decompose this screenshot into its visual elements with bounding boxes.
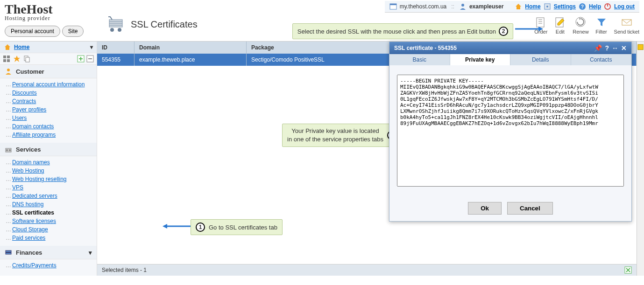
star-icon[interactable] bbox=[13, 55, 21, 63]
sidebar-link-affiliate[interactable]: Affiliate programs bbox=[12, 132, 56, 138]
userbar-domain: my.thehost.com.ua bbox=[400, 3, 447, 10]
cart-icon bbox=[107, 16, 126, 33]
sidebar-services-header[interactable]: Services bbox=[0, 143, 97, 156]
ok-button[interactable]: Ok bbox=[468, 202, 502, 215]
cell-domain: example.theweb.place bbox=[134, 54, 247, 66]
sidebar-link-software[interactable]: Software licenses bbox=[12, 218, 56, 224]
edit-button[interactable]: Edit bbox=[554, 16, 566, 35]
sidebar-link-payer-profiles[interactable]: Payer profiles bbox=[12, 106, 46, 113]
close-icon[interactable]: ✕ bbox=[621, 44, 627, 52]
userbar-sep: :: bbox=[451, 3, 454, 10]
page-title: SSL Certificates bbox=[131, 19, 198, 30]
sidebar-link-discounts[interactable]: Discounts bbox=[12, 90, 37, 96]
sidebar-link-dedicated[interactable]: Dedicated servers bbox=[12, 193, 57, 199]
personal-account-button[interactable]: Personal account bbox=[5, 26, 60, 37]
services-icon bbox=[5, 146, 12, 153]
arrow-2-icon bbox=[515, 26, 543, 32]
sidebar-link-vps[interactable]: VPS bbox=[12, 184, 23, 191]
send-ticket-icon bbox=[621, 16, 633, 28]
sidebar-link-web-hosting[interactable]: Web Hosting bbox=[12, 167, 44, 174]
right-gutter bbox=[637, 42, 644, 276]
svg-text:?: ? bbox=[581, 4, 584, 9]
edit-icon bbox=[554, 16, 566, 28]
selected-count: Selected items - 1 bbox=[102, 267, 147, 273]
user-bar: my.thehost.com.ua :: exampleuser Home Se… bbox=[385, 1, 639, 13]
gutter-icon[interactable] bbox=[637, 43, 644, 51]
help-icon[interactable]: ? bbox=[605, 44, 609, 52]
sidebar-link-dns[interactable]: DNS hosting bbox=[12, 201, 43, 208]
svg-rect-21 bbox=[7, 56, 10, 58]
arrow-1-icon bbox=[163, 223, 191, 229]
minus-icon[interactable] bbox=[86, 55, 94, 63]
site-button[interactable]: Site bbox=[62, 26, 84, 37]
order-button[interactable]: Order bbox=[534, 16, 547, 35]
sidebar-link-paid[interactable]: Paid services bbox=[12, 235, 45, 241]
userbar-settings-link[interactable]: Settings bbox=[554, 3, 576, 10]
svg-point-5 bbox=[118, 28, 121, 32]
hint-2-number: 2 bbox=[499, 27, 508, 36]
tab-details[interactable]: Details bbox=[510, 54, 571, 65]
hint-1: 1 Go to SSL certificates tab bbox=[191, 219, 283, 235]
plus-icon[interactable] bbox=[77, 55, 85, 63]
col-header-domain[interactable]: Domain bbox=[134, 42, 247, 54]
sidebar-link-ssl[interactable]: SSL certificates bbox=[12, 209, 54, 216]
col-header-id[interactable]: ID bbox=[97, 42, 134, 54]
expand-icon[interactable]: ↔ bbox=[612, 44, 618, 52]
sidebar: Home ▾ Customer Personal account informa… bbox=[0, 42, 97, 276]
sidebar-link-web-hosting-reselling[interactable]: Web Hosting reselling bbox=[12, 176, 67, 182]
chevron-down-icon[interactable]: ▾ bbox=[89, 249, 92, 256]
pin-icon[interactable]: 📌 bbox=[594, 44, 602, 52]
status-bar: Selected items - 1 bbox=[97, 264, 637, 276]
home-icon bbox=[515, 3, 522, 10]
top-bar: TheHost Hosting provider Personal accoun… bbox=[0, 0, 644, 41]
popup-title: SSL certificate - 554355 bbox=[394, 45, 457, 51]
filter-button[interactable]: Filter bbox=[595, 16, 608, 35]
sidebar-link-domain-names[interactable]: Domain names bbox=[12, 159, 50, 166]
renew-button[interactable]: Renew bbox=[573, 16, 588, 35]
hint-1-number: 1 bbox=[196, 222, 205, 232]
page-title-area: SSL Certificates bbox=[107, 16, 198, 33]
popup-header[interactable]: SSL certificate - 554355 📌 ? ↔ ✕ bbox=[389, 42, 631, 54]
sidebar-customer-header[interactable]: Customer bbox=[0, 65, 97, 78]
sidebar-link-cloud[interactable]: Cloud Storage bbox=[12, 226, 48, 233]
userbar-home-link[interactable]: Home bbox=[525, 3, 540, 10]
sidebar-link-domain-contacts[interactable]: Domain contacts bbox=[12, 123, 54, 130]
chevron-down-icon[interactable]: ▾ bbox=[90, 44, 93, 50]
tab-basic[interactable]: Basic bbox=[389, 54, 450, 65]
svg-point-28 bbox=[7, 69, 10, 71]
sidebar-customer-links: Personal account information Discounts C… bbox=[0, 78, 97, 143]
grid-icon[interactable] bbox=[3, 55, 10, 63]
renew-icon bbox=[574, 16, 587, 28]
userbar-logout-link[interactable]: Log out bbox=[614, 3, 635, 10]
tab-private-key[interactable]: Private key bbox=[450, 54, 511, 65]
filter-icon bbox=[595, 16, 608, 28]
svg-point-10 bbox=[546, 6, 548, 7]
userbar-help-link[interactable]: Help bbox=[589, 3, 601, 10]
hint-3: Your Private key value is located in one… bbox=[282, 124, 402, 147]
spreadsheet-icon[interactable] bbox=[624, 266, 632, 274]
sidebar-link-users[interactable]: Users bbox=[12, 115, 27, 121]
svg-point-8 bbox=[461, 4, 464, 7]
sidebar-home[interactable]: Home ▾ bbox=[0, 42, 97, 53]
private-key-textarea[interactable] bbox=[397, 75, 624, 187]
cancel-button[interactable]: Cancel bbox=[507, 202, 553, 215]
svg-point-30 bbox=[6, 149, 8, 151]
logo-area: TheHost Hosting provider Personal accoun… bbox=[5, 2, 98, 37]
svg-point-4 bbox=[110, 28, 114, 32]
sidebar-link-contracts[interactable]: Contracts bbox=[12, 98, 36, 104]
popup-ssl-certificate: SSL certificate - 554355 📌 ? ↔ ✕ Basic P… bbox=[389, 42, 632, 222]
sidebar-icon-row bbox=[0, 53, 97, 65]
main-area: Home ▾ Customer Personal account informa… bbox=[0, 41, 644, 276]
sidebar-finances-header[interactable]: Finances ▾ bbox=[0, 246, 97, 259]
send-ticket-button[interactable]: Send ticket bbox=[614, 16, 639, 35]
tab-contacts[interactable]: Contacts bbox=[571, 54, 632, 65]
svg-rect-7 bbox=[390, 4, 396, 5]
svg-rect-37 bbox=[638, 44, 643, 49]
sidebar-link-personal-account[interactable]: Personal account information bbox=[12, 81, 85, 88]
sidebar-services-links: Domain names Web Hosting Web Hosting res… bbox=[0, 156, 97, 246]
svg-point-31 bbox=[9, 149, 11, 151]
sidebar-link-credits[interactable]: Credits/Payments bbox=[12, 262, 57, 269]
hint-2: Select the desired SSL with the mouse cl… bbox=[292, 23, 513, 39]
finances-icon bbox=[5, 249, 12, 256]
copy-icon[interactable] bbox=[23, 55, 31, 63]
